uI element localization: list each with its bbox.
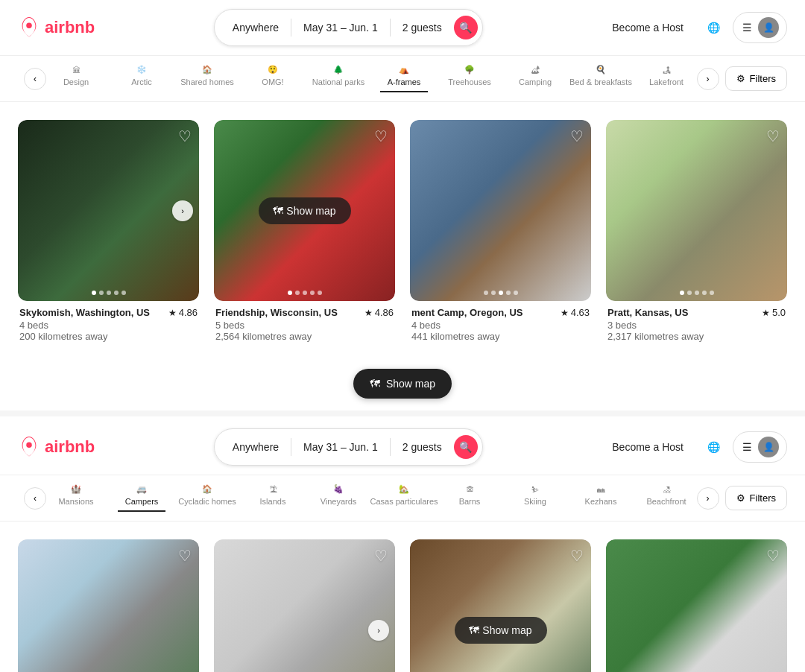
- listing-card[interactable]: ♡ 🗺 Show map Oak Harbor, Washington, US …: [410, 539, 591, 672]
- category-label-kezhans: Kezhans: [585, 497, 617, 506]
- search-guests[interactable]: 2 guests: [397, 22, 448, 34]
- category-item-camping[interactable]: 🏕 Camping: [511, 66, 559, 92]
- category-item-casas[interactable]: 🏡 Casas particulares: [380, 484, 428, 512]
- logo[interactable]: airbnb: [18, 16, 95, 39]
- category-item-cycladic-homes[interactable]: 🏠 Cycladic homes: [183, 484, 231, 512]
- carousel-dot: [121, 291, 126, 295]
- search-dates[interactable]: May 31 – Jun. 1: [297, 22, 384, 34]
- menu-avatar-button[interactable]: ☰ 👤: [733, 12, 787, 43]
- category-next-button[interactable]: ›: [697, 68, 719, 90]
- listing-beds: 4 beds: [19, 320, 198, 331]
- category-icon-camping: 🏕: [531, 66, 540, 75]
- logo[interactable]: airbnb: [18, 436, 95, 458]
- category-label-omg: OMG!: [262, 77, 283, 86]
- become-host-link[interactable]: Become a Host: [602, 434, 694, 460]
- wishlist-button[interactable]: ♡: [570, 127, 584, 145]
- map-icon: 🗺: [370, 378, 380, 390]
- listing-card[interactable]: ♡ Rocky View County, Canada ★ 4.87 5 bed…: [606, 539, 787, 672]
- svg-point-0: [26, 22, 32, 28]
- category-scroll: 🏛 Design ❄️ Arctic 🏠 Shared homes 😲 OMG!…: [52, 65, 691, 92]
- category-next-button[interactable]: ›: [697, 487, 719, 510]
- listing-info: Skykomish, Washington, US ★ 4.86 4 beds …: [18, 301, 199, 342]
- search-separator: [291, 19, 291, 37]
- listing-distance: 2,317 kilometres away: [607, 331, 786, 342]
- search-button[interactable]: 🔍: [454, 435, 478, 459]
- listing-beds: 5 beds: [215, 320, 394, 331]
- carousel-next-button[interactable]: ›: [368, 620, 389, 641]
- search-dates[interactable]: May 31 – Jun. 1: [297, 441, 384, 453]
- category-item-beachfront[interactable]: 🏖 Beachfront: [643, 485, 690, 512]
- search-guests[interactable]: 2 guests: [397, 441, 448, 453]
- category-item-omg[interactable]: 😲 OMG!: [249, 65, 297, 92]
- globe-button[interactable]: 🌐: [700, 14, 727, 41]
- wishlist-button[interactable]: ♡: [374, 127, 388, 145]
- category-item-barns[interactable]: 🏚 Barns: [446, 485, 493, 512]
- listing-card[interactable]: ♡ Pratt, Kansas, US ★ 5.0 3 beds 2,317 k…: [606, 120, 787, 342]
- filters-button[interactable]: ⚙ Filters: [725, 66, 787, 91]
- wishlist-button[interactable]: ♡: [178, 127, 192, 145]
- wishlist-button[interactable]: ♡: [178, 547, 192, 565]
- category-prev-button[interactable]: ‹: [24, 68, 46, 90]
- category-item-shared-homes[interactable]: 🏠 Shared homes: [183, 65, 231, 92]
- carousel-dot: [695, 291, 699, 295]
- category-item-lakefront[interactable]: 🏞 Lakefront: [643, 66, 690, 92]
- category-label-design: Design: [63, 77, 89, 86]
- category-item-campers[interactable]: 🚐 Campers: [118, 484, 165, 512]
- menu-avatar-button[interactable]: ☰ 👤: [733, 431, 787, 463]
- carousel-dot: [92, 291, 96, 295]
- wishlist-button[interactable]: ♡: [570, 547, 584, 565]
- globe-button[interactable]: 🌐: [700, 434, 727, 460]
- filters-button[interactable]: ⚙ Filters: [725, 486, 787, 510]
- carousel-next-button[interactable]: ›: [172, 200, 193, 221]
- listing-image: [410, 539, 591, 672]
- hamburger-icon: ☰: [742, 22, 752, 34]
- category-bar: ‹ 🏰 Mansions 🚐 Campers 🏠 Cycladic homes …: [0, 475, 805, 522]
- listing-rating: ★ 4.63: [561, 307, 590, 318]
- listing-image-wrap: ♡ 🗺 Show map: [410, 539, 591, 672]
- category-item-vineyards[interactable]: 🍇 Vineyards: [315, 484, 362, 512]
- carousel-dot: [310, 291, 315, 295]
- search-bar[interactable]: Anywhere May 31 – Jun. 1 2 guests 🔍: [214, 428, 483, 466]
- listing-rating: ★ 5.0: [762, 307, 786, 318]
- category-item-a-frames[interactable]: ⛺ A-frames: [380, 65, 428, 92]
- search-button[interactable]: 🔍: [454, 16, 478, 39]
- listing-card[interactable]: ♡ › Skykomish, Washington, US ★ 4.86 4 b…: [18, 120, 199, 342]
- category-item-mansions[interactable]: 🏰 Mansions: [52, 484, 100, 512]
- category-icon-bed-breakfast: 🍳: [596, 65, 606, 75]
- wishlist-button[interactable]: ♡: [374, 547, 388, 565]
- show-map-wrap: 🗺 Show map: [0, 360, 805, 408]
- listing-card[interactable]: ♡ ment Camp, Oregon, US ★ 4.63 4 beds 44…: [410, 120, 591, 342]
- category-item-national-parks[interactable]: 🌲 National parks: [315, 65, 362, 92]
- search-bar[interactable]: Anywhere May 31 – Jun. 1 2 guests 🔍: [214, 9, 483, 46]
- star-icon: ★: [364, 308, 373, 318]
- listing-image-wrap: ♡ ›: [214, 539, 395, 672]
- category-icon-beachfront: 🏖: [663, 485, 671, 494]
- filters-label: Filters: [750, 492, 776, 504]
- category-icon-design: 🏛: [72, 66, 80, 75]
- search-location[interactable]: Anywhere: [227, 441, 285, 453]
- category-item-islands[interactable]: 🏝 Islands: [249, 485, 297, 512]
- category-item-kezhans[interactable]: 🏘 Kezhans: [577, 485, 625, 512]
- category-label-shared-homes: Shared homes: [180, 77, 234, 86]
- section-section1: airbnb Anywhere May 31 – Jun. 1 2 guests…: [0, 0, 805, 408]
- show-map-button[interactable]: 🗺 Show map: [353, 369, 452, 399]
- wishlist-button[interactable]: ♡: [766, 127, 780, 145]
- category-item-design[interactable]: 🏛 Design: [52, 66, 100, 92]
- category-item-treehouses[interactable]: 🌳 Treehouses: [446, 65, 493, 92]
- listings-grid: ♡ › Skykomish, Washington, US ★ 4.86 4 b…: [0, 102, 805, 360]
- category-item-bed-breakfast[interactable]: 🍳 Bed & breakfasts: [577, 65, 625, 92]
- listing-image-wrap: ♡: [606, 539, 787, 672]
- listing-card[interactable]: ♡ › Bend, Oregon, US ★ 5.0 1 double bed …: [214, 539, 395, 672]
- carousel-dot: [491, 291, 496, 295]
- listing-card[interactable]: ♡ 🗺 Show map Friendship, Wisconsin, US ★…: [214, 120, 395, 342]
- listing-card[interactable]: ♡ Alberton, Montana, US ★ 4.95 2 beds 67…: [18, 539, 199, 672]
- listing-info: Friendship, Wisconsin, US ★ 4.86 5 beds …: [214, 301, 395, 342]
- category-item-skiing[interactable]: ⛷ Skiing: [511, 485, 559, 512]
- category-item-arctic[interactable]: ❄️ Arctic: [118, 65, 165, 92]
- wishlist-button[interactable]: ♡: [766, 547, 780, 565]
- become-host-link[interactable]: Become a Host: [602, 14, 694, 41]
- search-location[interactable]: Anywhere: [227, 22, 285, 34]
- category-prev-button[interactable]: ‹: [24, 487, 46, 510]
- listing-image: [214, 539, 395, 672]
- filters-label: Filters: [750, 73, 776, 84]
